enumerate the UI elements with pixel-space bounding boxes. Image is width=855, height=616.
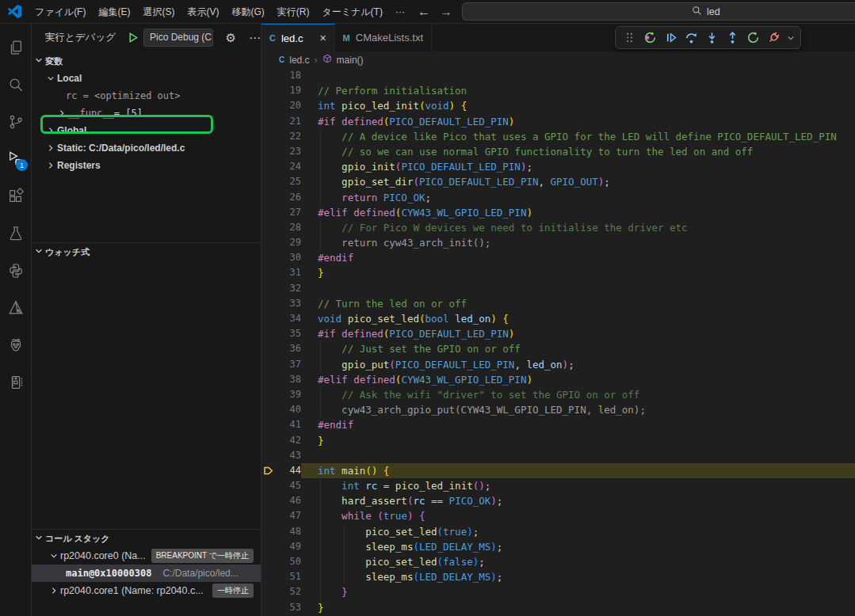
python-icon[interactable] xyxy=(0,252,31,289)
line-number[interactable]: 53 xyxy=(274,600,301,615)
code-line[interactable]: 49 sleep_ms(LED_DELAY_MS); xyxy=(261,539,855,554)
line-number[interactable]: 39 xyxy=(274,387,301,402)
code-line[interactable]: 46 hard_assert(rc == PICO_OK); xyxy=(261,493,855,508)
menu-go[interactable]: 移動(G) xyxy=(225,3,270,21)
glyph-margin[interactable] xyxy=(261,402,274,417)
tab-led-c[interactable]: C led.c × xyxy=(261,24,335,51)
glyph-margin[interactable] xyxy=(261,508,274,523)
glyph-margin[interactable] xyxy=(261,174,274,189)
line-number[interactable]: 37 xyxy=(274,357,301,372)
line-number[interactable]: 33 xyxy=(274,296,301,311)
line-number[interactable]: 51 xyxy=(274,569,301,584)
glyph-margin[interactable] xyxy=(261,372,274,387)
stack-frame-main[interactable]: main@0x10000308 C:/Data/pico/led... xyxy=(32,565,261,582)
code-line[interactable]: 23 // so we can use normal GPIO function… xyxy=(261,144,855,159)
drag-handle-icon[interactable] xyxy=(620,29,639,48)
breadcrumb-symbol[interactable]: main() xyxy=(337,55,364,66)
line-number[interactable]: 41 xyxy=(274,417,301,432)
line-number[interactable]: 26 xyxy=(274,190,301,205)
code-line[interactable]: 36 // Just set the GPIO on or off xyxy=(261,341,855,356)
scope-local[interactable]: Local xyxy=(32,70,261,87)
raspberry-pi-icon[interactable] xyxy=(0,326,31,363)
code-line[interactable]: 53} xyxy=(261,600,855,615)
code-line[interactable]: 42} xyxy=(261,433,855,448)
code-line[interactable]: 25 gpio_set_dir(PICO_DEFAULT_LED_PIN, GP… xyxy=(261,174,855,189)
code-line[interactable]: 24 gpio_init(PICO_DEFAULT_LED_PIN); xyxy=(261,159,855,174)
step-over-button[interactable] xyxy=(681,29,701,48)
code-line[interactable]: 30#endif xyxy=(261,250,855,265)
line-number[interactable]: 49 xyxy=(274,539,301,554)
line-number[interactable]: 24 xyxy=(274,159,301,174)
thread-core1[interactable]: rp2040.core1 (Name: rp2040.c... 一時停止 xyxy=(32,582,261,599)
glyph-margin[interactable] xyxy=(261,129,274,144)
reset-device-button[interactable] xyxy=(640,29,660,48)
disconnect-button[interactable] xyxy=(764,29,784,48)
more-actions-icon[interactable]: ⋯ xyxy=(249,32,261,44)
glyph-margin[interactable] xyxy=(261,190,274,205)
testing-icon[interactable] xyxy=(0,215,31,252)
glyph-margin[interactable] xyxy=(261,569,274,584)
line-number[interactable]: 38 xyxy=(274,372,301,387)
glyph-margin[interactable] xyxy=(261,159,274,174)
glyph-margin[interactable] xyxy=(261,326,274,341)
code-line[interactable]: 35#if defined(PICO_DEFAULT_LED_PIN) xyxy=(261,326,855,341)
line-number[interactable]: 43 xyxy=(274,448,301,463)
code-line[interactable]: 41#endif xyxy=(261,417,855,432)
code-line[interactable]: 44int main() { xyxy=(261,463,855,478)
cmake-icon[interactable] xyxy=(0,289,31,326)
code-line[interactable]: 29 return cyw43_arch_init(); xyxy=(261,235,855,250)
glyph-margin[interactable] xyxy=(261,281,274,296)
code-line[interactable]: 22 // A device like Pico that uses a GPI… xyxy=(261,129,855,144)
back-icon[interactable]: ← xyxy=(414,0,434,24)
code-line[interactable]: 45 int rc = pico_led_init(); xyxy=(261,478,855,493)
menu-edit[interactable]: 編集(E) xyxy=(92,3,136,21)
code-line[interactable]: 19// Perform initialisation xyxy=(261,83,855,98)
line-number[interactable]: 21 xyxy=(274,114,301,129)
glyph-margin[interactable] xyxy=(261,478,274,493)
code-line[interactable]: 26 return PICO_OK; xyxy=(261,190,855,205)
scope-registers[interactable]: Registers xyxy=(32,157,261,174)
glyph-margin[interactable] xyxy=(261,311,274,326)
glyph-margin[interactable] xyxy=(261,584,274,599)
line-number[interactable]: 18 xyxy=(274,68,301,83)
glyph-margin[interactable] xyxy=(261,448,274,463)
code-line[interactable]: 21#if defined(PICO_DEFAULT_LED_PIN) xyxy=(261,114,855,129)
line-number[interactable]: 30 xyxy=(274,250,301,265)
extensions-icon[interactable] xyxy=(0,177,31,215)
line-number[interactable]: 25 xyxy=(274,174,301,189)
glyph-margin[interactable] xyxy=(261,600,274,615)
glyph-margin[interactable] xyxy=(261,554,274,569)
code-line[interactable]: 40 cyw43_arch_gpio_put(CYW43_WL_GPIO_LED… xyxy=(261,402,855,417)
code-line[interactable]: 18 xyxy=(261,68,855,83)
line-number[interactable]: 46 xyxy=(274,493,301,508)
code-line[interactable]: 37 gpio_put(PICO_DEFAULT_LED_PIN, led_on… xyxy=(261,357,855,372)
glyph-margin[interactable] xyxy=(261,357,274,372)
forward-icon[interactable]: → xyxy=(436,0,456,24)
line-number[interactable]: 32 xyxy=(274,281,301,296)
line-number[interactable]: 22 xyxy=(274,129,301,144)
code-line[interactable]: 28 // For Pico W devices we need to init… xyxy=(261,220,855,235)
variables-section-header[interactable]: 変数 xyxy=(32,52,261,70)
line-number[interactable]: 27 xyxy=(274,205,301,220)
menu-file[interactable]: ファイル(F) xyxy=(29,3,92,21)
tab-cmakelists[interactable]: M CMakeLists.txt xyxy=(335,24,432,51)
line-number[interactable]: 47 xyxy=(274,508,301,523)
line-number[interactable]: 40 xyxy=(274,402,301,417)
memory-chip-icon[interactable] xyxy=(0,363,31,401)
code-line[interactable]: 33// Turn the led on or off xyxy=(261,296,855,311)
watch-section-header[interactable]: ウォッチ式 xyxy=(32,243,261,260)
menu-view[interactable]: 表示(V) xyxy=(181,3,225,21)
line-number[interactable]: 34 xyxy=(274,311,301,326)
variable-func[interactable]: __func__ = [5] xyxy=(32,105,261,122)
code-line[interactable]: 20int pico_led_init(void) { xyxy=(261,98,855,113)
glyph-margin[interactable] xyxy=(261,205,274,220)
menu-run[interactable]: 実行(R) xyxy=(271,3,316,21)
restart-button[interactable] xyxy=(743,29,763,48)
code-line[interactable]: 32 xyxy=(261,281,855,296)
glyph-margin[interactable] xyxy=(261,68,274,83)
glyph-margin[interactable] xyxy=(261,235,274,250)
code-line[interactable]: 47 while (true) { xyxy=(261,508,855,523)
code-editor[interactable]: 18 19// Perform initialisation20int pico… xyxy=(261,68,855,616)
thread-core0[interactable]: rp2040.core0 (Na... BREAKPOINT で一時停止 xyxy=(32,547,261,565)
line-number[interactable]: 23 xyxy=(274,144,301,159)
